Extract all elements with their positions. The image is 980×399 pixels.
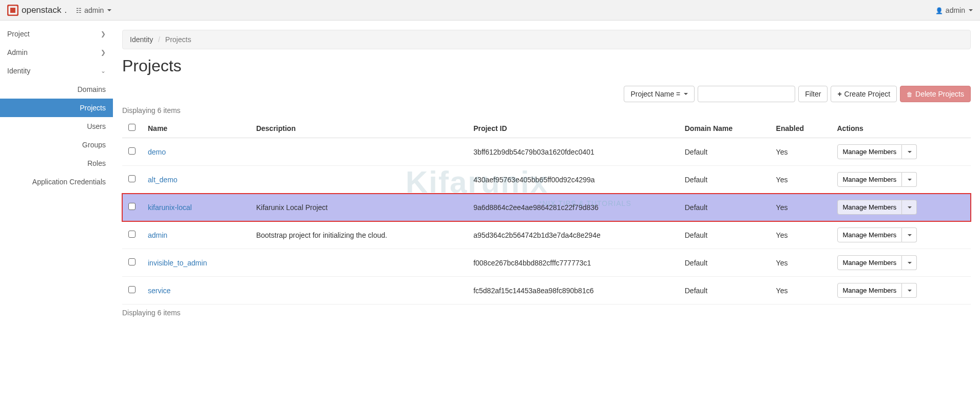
delete-label: Delete Projects (915, 90, 964, 98)
caret-down-icon (908, 151, 912, 153)
manage-members-button[interactable]: Manage Members (837, 172, 902, 187)
table-row: demo3bff612b9db54c79b03a1620fdec0401Defa… (122, 138, 971, 166)
project-name-link[interactable]: service (148, 287, 170, 295)
enabled-value: Yes (770, 277, 831, 305)
sidebar: Project ❯ Admin ❯ Identity ⌄ Domains Pro… (0, 21, 113, 330)
context-switcher[interactable]: admin (76, 6, 111, 14)
project-id: 430aef95763e405bb65ff00d92c4299a (467, 166, 679, 194)
create-project-button[interactable]: Create Project (831, 86, 897, 102)
domain-name: Default (679, 166, 770, 194)
chevron-down-icon: ⌄ (101, 67, 106, 74)
create-label: Create Project (844, 90, 890, 98)
nav-identity[interactable]: Identity ⌄ (0, 62, 113, 80)
project-name-link[interactable]: alt_demo (148, 176, 178, 184)
caret-down-icon (908, 179, 912, 181)
breadcrumb-section[interactable]: Identity (130, 35, 153, 44)
enabled-value: Yes (770, 221, 831, 249)
brand-logo[interactable]: openstack. (7, 5, 67, 16)
breadcrumb-sep: / (158, 35, 160, 44)
enabled-value: Yes (770, 166, 831, 194)
domain-name: Default (679, 249, 770, 277)
project-name-link[interactable]: admin (148, 231, 167, 239)
col-description[interactable]: Description (250, 119, 467, 138)
project-id: 3bff612b9db54c79b03a1620fdec0401 (467, 138, 679, 166)
project-id: fc5d82af15c14453a8ea98fc890b81c6 (467, 277, 679, 305)
enabled-value: Yes (770, 194, 831, 221)
display-count-top: Displaying 6 items (122, 106, 971, 115)
openstack-logo-icon (7, 5, 18, 16)
col-name[interactable]: Name (142, 119, 250, 138)
plus-icon (837, 90, 841, 98)
project-id: 9a6d8864c2ee4ae9864281c22f79d836 (467, 194, 679, 221)
row-checkbox[interactable] (128, 286, 136, 293)
breadcrumb-page: Projects (165, 35, 191, 44)
caret-down-icon (908, 206, 912, 208)
col-project-id[interactable]: Project ID (467, 119, 679, 138)
nav-label: Project (7, 30, 30, 38)
project-name-link[interactable]: demo (148, 148, 166, 156)
row-actions-dropdown[interactable] (902, 200, 917, 215)
domain-name: Default (679, 194, 770, 221)
subnav-domains[interactable]: Domains (0, 80, 113, 99)
project-description (250, 277, 467, 305)
row-checkbox[interactable] (128, 147, 136, 155)
subnav-app-credentials[interactable]: Application Credentials (0, 173, 113, 191)
context-label: admin (84, 6, 104, 14)
table-row: adminBootstrap project for initializing … (122, 221, 971, 249)
manage-members-button[interactable]: Manage Members (837, 144, 902, 159)
row-checkbox[interactable] (128, 258, 136, 265)
project-description (250, 249, 467, 277)
filter-dropdown[interactable]: Project Name = (624, 86, 695, 102)
delete-projects-button[interactable]: Delete Projects (900, 86, 971, 102)
topbar-left: openstack. admin (7, 5, 111, 16)
subnav-roles[interactable]: Roles (0, 154, 113, 173)
panel-icon (76, 6, 82, 14)
caret-down-icon (684, 93, 688, 95)
manage-members-button[interactable]: Manage Members (837, 283, 902, 298)
subnav-groups[interactable]: Groups (0, 136, 113, 154)
row-actions-dropdown[interactable] (902, 283, 917, 298)
manage-members-button[interactable]: Manage Members (837, 227, 902, 242)
project-description: Bootstrap project for initializing the c… (250, 221, 467, 249)
display-count-bottom: Displaying 6 items (122, 309, 971, 317)
caret-down-icon (908, 234, 912, 236)
project-id: f008ce267bc84bbd882cfffc777773c1 (467, 249, 679, 277)
trash-icon (907, 90, 913, 98)
filter-button[interactable]: Filter (798, 86, 828, 102)
row-actions-dropdown[interactable] (902, 172, 917, 187)
col-enabled[interactable]: Enabled (770, 119, 831, 138)
main-content: Kifarunix *NIX TIPS & TUTORIALS Identity… (113, 21, 980, 330)
svg-rect-1 (10, 8, 15, 13)
user-menu[interactable]: admin (935, 6, 973, 14)
row-checkbox[interactable] (128, 231, 136, 238)
subnav-users[interactable]: Users (0, 117, 113, 136)
user-label: admin (946, 6, 965, 14)
enabled-value: Yes (770, 249, 831, 277)
row-actions-dropdown[interactable] (902, 227, 917, 242)
caret-down-icon (908, 290, 912, 292)
table-row: servicefc5d82af15c14453a8ea98fc890b81c6D… (122, 277, 971, 305)
row-actions-dropdown[interactable] (902, 255, 917, 270)
table-row: alt_demo430aef95763e405bb65ff00d92c4299a… (122, 166, 971, 194)
col-domain-name[interactable]: Domain Name (679, 119, 770, 138)
filter-input[interactable] (698, 86, 795, 102)
row-checkbox[interactable] (128, 175, 136, 182)
project-name-link[interactable]: invisible_to_admin (148, 259, 207, 267)
filter-dropdown-label: Project Name = (630, 90, 680, 98)
brand-text: openstack (22, 5, 62, 15)
project-name-link[interactable]: kifarunix-local (148, 203, 192, 212)
identity-subnav: Domains Projects Users Groups Roles Appl… (0, 80, 113, 191)
nav-admin[interactable]: Admin ❯ (0, 43, 113, 62)
manage-members-button[interactable]: Manage Members (837, 255, 902, 270)
enabled-value: Yes (770, 138, 831, 166)
nav-label: Admin (7, 48, 28, 56)
subnav-projects[interactable]: Projects (0, 99, 113, 117)
manage-members-button[interactable]: Manage Members (837, 200, 902, 215)
topbar: openstack. admin admin (0, 0, 980, 21)
user-icon (935, 6, 943, 14)
select-all-checkbox[interactable] (128, 124, 136, 131)
row-actions-dropdown[interactable] (902, 144, 917, 159)
nav-project[interactable]: Project ❯ (0, 25, 113, 43)
caret-down-icon (107, 9, 111, 11)
row-checkbox[interactable] (128, 203, 136, 210)
